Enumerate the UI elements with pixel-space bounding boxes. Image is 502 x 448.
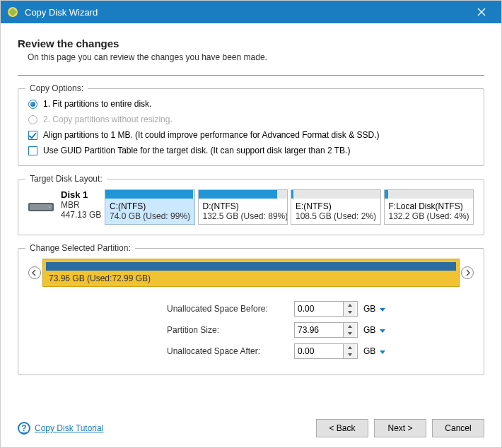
unit-dropdown[interactable] [380,346,387,356]
disk-info: Disk 1 MBR 447.13 GB [28,189,102,225]
unit-label: GB [363,325,375,335]
field-unalloc-after: Unallocated Space After: GB [28,343,474,359]
hdd-icon [28,203,54,211]
app-icon [6,6,19,18]
field-label: Unallocated Space Before: [167,304,294,314]
radio-icon [28,100,37,109]
partition-usage-bar [105,190,194,199]
page-header: Review the changes On this page you can … [18,37,484,62]
unit-dropdown[interactable] [380,304,387,314]
partition-size-fill [46,262,456,271]
divider [18,75,484,76]
disk-name: Disk 1 [61,189,101,200]
window-title: Copy Disk Wizard [25,7,467,18]
unalloc-before-spinner[interactable] [294,301,358,317]
partition-usage-bar [291,190,380,199]
unalloc-before-input[interactable] [295,302,343,316]
unalloc-after-input[interactable] [295,344,343,358]
partition-label: F:Local Disk(NTFS) [385,201,474,211]
target-layout-legend: Target Disk Layout: [25,174,107,184]
radio-icon [28,115,37,124]
partition-size-label: 73.96 GB (Used:72.99 GB) [49,273,151,283]
partition-e[interactable]: E:(NTFS) 108.5 GB (Used: 2%) [291,189,381,225]
copy-options-group: Copy Options: 1. Fit partitions to entir… [18,88,484,166]
prev-button[interactable] [28,266,41,279]
footer: ? Copy Disk Tutorial < Back Next > Cance… [1,412,501,447]
target-layout-group: Target Disk Layout: Disk 1 MBR 447.13 GB… [18,179,484,235]
spinner-down[interactable] [344,330,356,337]
option-align-partitions[interactable]: Align partitions to 1 MB. (It could impr… [28,130,474,140]
partition-sub: 132.2 GB (Used: 4%) [385,211,474,221]
checkbox-icon [28,131,37,140]
option-label: Use GUID Partition Table for the target … [43,146,350,155]
back-button[interactable]: < Back [316,419,368,437]
partition-sub: 132.5 GB (Used: 89%) [199,211,288,221]
wizard-window: Copy Disk Wizard Review the changes On t… [0,0,502,448]
field-label: Unallocated Space After: [167,346,294,356]
partition-d[interactable]: D:(NTFS) 132.5 GB (Used: 89%) [198,189,288,225]
spinner-up[interactable] [344,344,356,351]
partition-usage-bar [199,190,288,199]
help-link-label: Copy Disk Tutorial [35,423,103,433]
unit-label: GB [363,346,375,356]
disk-size: 447.13 GB [61,210,101,220]
close-button[interactable] [467,1,496,23]
partition-sub: 74.0 GB (Used: 99%) [105,211,194,221]
field-partition-size: Partition Size: GB [28,322,474,338]
cancel-button[interactable]: Cancel [432,419,484,437]
option-label: 2. Copy partitions without resizing. [43,114,173,124]
partition-label: D:(NTFS) [199,201,288,211]
option-fit-partitions[interactable]: 1. Fit partitions to entire disk. [28,99,474,109]
partition-label: E:(NTFS) [291,201,380,211]
option-label: Align partitions to 1 MB. (It could impr… [43,130,380,140]
change-partition-legend: Change Selected Partition: [25,243,135,253]
partition-f[interactable]: F:Local Disk(NTFS) 132.2 GB (Used: 4%) [384,189,474,225]
partition-c[interactable]: C:(NTFS) 74.0 GB (Used: 99%) [105,189,195,225]
spinner-up[interactable] [344,323,356,330]
copy-options-legend: Copy Options: [25,83,88,93]
page-title: Review the changes [18,37,484,49]
partition-size-input[interactable] [295,323,343,337]
unit-label: GB [363,304,375,314]
help-icon: ? [18,422,30,435]
size-fields: Unallocated Space Before: GB Partition S… [28,301,474,359]
option-guid-table[interactable]: Use GUID Partition Table for the target … [28,146,474,155]
field-unalloc-before: Unallocated Space Before: GB [28,301,474,317]
footer-buttons: < Back Next > Cancel [316,419,484,437]
help-link[interactable]: ? Copy Disk Tutorial [18,422,103,435]
partition-usage-bar [385,190,474,199]
partition-size-spinner[interactable] [294,322,358,338]
partition-sub: 108.5 GB (Used: 2%) [291,211,380,221]
unalloc-after-spinner[interactable] [294,343,358,359]
change-partition-group: Change Selected Partition: 73.96 GB (Use… [18,248,484,375]
spinner-down[interactable] [344,351,356,358]
partition-size-bar[interactable]: 73.96 GB (Used:72.99 GB) [42,259,460,287]
page-subtitle: On this page you can review the changes … [18,52,484,62]
next-button[interactable]: Next > [374,419,426,437]
content-area: Review the changes On this page you can … [1,23,501,412]
partition-label: C:(NTFS) [105,201,194,211]
spinner-up[interactable] [344,302,356,309]
unit-dropdown[interactable] [380,325,387,335]
disk-type: MBR [61,200,101,210]
checkbox-icon [28,146,37,155]
change-area: 73.96 GB (Used:72.99 GB) [28,259,474,287]
disk-layout: Disk 1 MBR 447.13 GB C:(NTFS) 74.0 GB (U… [28,189,474,225]
spinner-down[interactable] [344,309,356,316]
field-label: Partition Size: [167,325,294,335]
next-button[interactable] [461,266,474,279]
option-label: 1. Fit partitions to entire disk. [43,99,151,109]
titlebar: Copy Disk Wizard [1,1,501,23]
svg-point-3 [49,206,50,208]
option-copy-no-resize[interactable]: 2. Copy partitions without resizing. [28,114,474,124]
